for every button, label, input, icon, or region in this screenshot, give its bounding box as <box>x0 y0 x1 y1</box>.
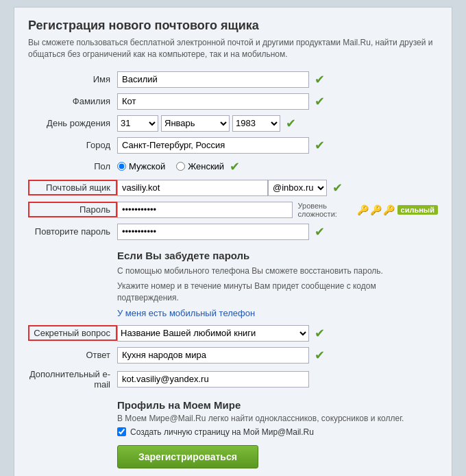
gender-female-label[interactable]: Женский <box>176 161 224 171</box>
dob-row: День рождения 31 Январь Февраль Март Апр… <box>28 115 438 132</box>
dob-day-select[interactable]: 31 <box>117 115 158 132</box>
name-check-icon: ✔ <box>315 72 325 87</box>
register-button[interactable]: Зарегистрироваться <box>117 445 258 468</box>
password-recovery-section: Если Вы забудете пароль С помощью мобиль… <box>117 250 438 318</box>
profile-checkbox[interactable] <box>117 427 126 436</box>
profile-title: Профиль на Моем Мире <box>117 399 438 411</box>
dob-month-select[interactable]: Январь Февраль Март Апрель Май Июнь Июль… <box>161 115 230 132</box>
profile-desc: В Моем Мире@Mail.Ru легко найти одноклас… <box>117 414 438 423</box>
repeat-password-check-icon: ✔ <box>315 224 325 239</box>
surname-check-icon: ✔ <box>315 94 325 109</box>
answer-input[interactable] <box>117 347 309 364</box>
profile-section: Профиль на Моем Мире В Моем Мире@Mail.Ru… <box>117 399 438 437</box>
gender-controls: Мужской Женский <box>117 161 224 171</box>
gender-male-label[interactable]: Мужской <box>117 161 165 171</box>
strength-key-2: 🔑 <box>370 204 382 215</box>
secret-question-row: Секретный вопрос Название Вашей любимой … <box>28 325 438 342</box>
secret-question-label: Секретный вопрос <box>28 325 117 341</box>
secret-question-select[interactable]: Название Вашей любимой книги Кличка люби… <box>117 325 309 342</box>
name-label: Имя <box>28 74 117 84</box>
password-recovery-title: Если Вы забудете пароль <box>117 250 438 261</box>
gender-label: Пол <box>28 161 117 171</box>
name-row: Имя ✔ <box>28 71 438 88</box>
email-label: Почтовый ящик <box>28 180 117 195</box>
gender-check-icon: ✔ <box>230 159 240 174</box>
city-check-icon: ✔ <box>315 138 325 153</box>
strength-badge: сильный <box>397 205 438 215</box>
repeat-password-row: Повторите пароль ✔ <box>28 224 438 240</box>
gender-male-radio[interactable] <box>117 162 126 171</box>
strength-label: Уровень сложности: <box>298 202 354 218</box>
answer-row: Ответ ✔ <box>28 347 438 364</box>
password-label: Пароль <box>28 202 117 217</box>
city-input[interactable] <box>117 137 309 154</box>
surname-label: Фамилия <box>28 96 117 106</box>
domain-select[interactable]: @inbox.ru @mail.ru @bk.ru @list.ru <box>268 180 327 196</box>
surname-row: Фамилия ✔ <box>28 93 438 110</box>
extra-email-label: Дополнительный e-mail <box>28 369 117 390</box>
surname-input[interactable] <box>117 93 309 110</box>
extra-email-input[interactable] <box>117 371 309 388</box>
extra-email-row: Дополнительный e-mail <box>28 369 438 390</box>
repeat-password-label: Повторите пароль <box>28 226 117 237</box>
gender-male-text: Мужской <box>129 161 165 171</box>
password-input[interactable] <box>117 202 293 218</box>
page-subtitle: Вы сможете пользоваться бесплатной элект… <box>28 37 438 60</box>
email-input[interactable] <box>117 180 268 196</box>
dob-controls: 31 Январь Февраль Март Апрель Май Июнь И… <box>117 115 280 132</box>
strength-key-3: 🔑 <box>383 204 395 215</box>
secret-question-check-icon: ✔ <box>315 326 325 341</box>
gender-female-radio[interactable] <box>176 162 185 171</box>
password-recovery-desc2: Укажите номер и в течение минуты Вам при… <box>117 281 438 304</box>
gender-row: Пол Мужской Женский ✔ <box>28 159 438 174</box>
strength-section: Уровень сложности: 🔑 🔑 🔑 сильный <box>298 202 438 218</box>
email-row: Почтовый ящик @inbox.ru @mail.ru @bk.ru … <box>28 180 438 196</box>
city-row: Город ✔ <box>28 137 438 154</box>
answer-check-icon: ✔ <box>315 348 325 363</box>
email-check-icon: ✔ <box>332 180 343 195</box>
mobile-phone-link[interactable]: У меня есть мобильный телефон <box>117 308 255 318</box>
strength-icons: 🔑 🔑 🔑 <box>357 204 395 215</box>
email-controls: @inbox.ru @mail.ru @bk.ru @list.ru <box>117 180 327 196</box>
gender-female-text: Женский <box>188 161 224 171</box>
repeat-password-input[interactable] <box>117 224 309 240</box>
dob-check-icon: ✔ <box>286 116 296 131</box>
page-title: Регистрация нового почтового ящика <box>28 19 438 33</box>
profile-checkbox-row: Создать личную страницу на Мой Мир@Mail.… <box>117 427 438 437</box>
dob-year-select[interactable]: 1983 <box>232 115 280 132</box>
city-label: Город <box>28 140 117 150</box>
dob-label: День рождения <box>28 118 117 128</box>
password-recovery-desc1: С помощью мобильного телефона Вы сможете… <box>117 265 438 277</box>
registration-form: Регистрация нового почтового ящика Вы см… <box>14 7 452 476</box>
strength-key-1: 🔑 <box>357 204 369 215</box>
name-input[interactable] <box>117 71 309 88</box>
password-row: Пароль Уровень сложности: 🔑 🔑 🔑 сильный <box>28 202 438 218</box>
answer-label: Ответ <box>28 350 117 360</box>
profile-checkbox-label: Создать личную страницу на Мой Мир@Mail.… <box>130 427 314 437</box>
